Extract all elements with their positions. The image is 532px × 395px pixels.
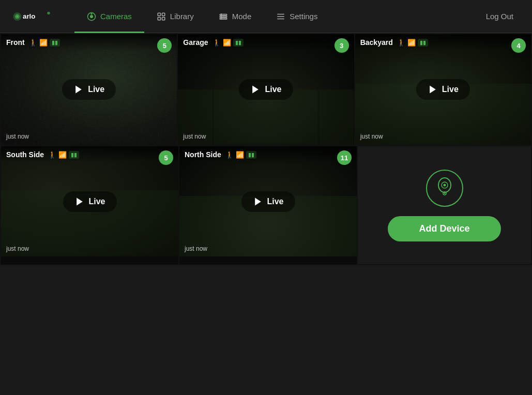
nav-right: Log Out — [480, 9, 520, 24]
timestamp-north: just now — [185, 245, 207, 252]
camera-header-garage: Garage 🚶 📶 ▮▮ — [178, 34, 354, 51]
add-device-button[interactable]: Add Device — [388, 216, 500, 241]
camera-header-south: South Side 🚶 📶 ▮▮ — [1, 146, 178, 163]
camera-badge-north: 11 — [337, 150, 352, 165]
svg-point-36 — [444, 192, 445, 193]
svg-rect-13 — [220, 16, 227, 17]
play-icon-front — [73, 84, 84, 95]
camera-badge-garage: 3 — [335, 38, 349, 53]
nav-library[interactable]: Library — [144, 0, 206, 33]
timestamp-garage: just now — [183, 133, 206, 140]
play-icon-backyard — [428, 84, 438, 95]
camera-cell-garage[interactable]: Garage 🚶 📶 ▮▮ 3 Live just now — [178, 34, 354, 144]
motion-icon-north: 🚶 — [225, 151, 234, 159]
logout-button[interactable]: Log Out — [480, 9, 520, 24]
wifi-icon-south: 📶 — [58, 151, 67, 159]
live-button-garage[interactable]: Live — [239, 79, 293, 100]
live-button-south[interactable]: Live — [63, 191, 116, 212]
camera-icons-front: 🚶 📶 ▮▮ — [29, 39, 60, 47]
camera-cell-north[interactable]: North Side 🚶 📶 ▮▮ 11 Live just now — [179, 146, 357, 264]
svg-rect-12 — [220, 14, 227, 15]
library-icon — [157, 12, 166, 21]
camera-header-backyard: Backyard 🚶 📶 ▮▮ — [355, 34, 531, 51]
svg-rect-11 — [162, 17, 164, 20]
battery-icon-backyard: ▮▮ — [418, 39, 428, 47]
battery-icon-front: ▮▮ — [50, 39, 60, 47]
mode-icon — [219, 12, 228, 21]
nav-mode[interactable]: Mode — [206, 0, 264, 33]
timestamp-front: just now — [6, 133, 29, 140]
nav-cameras[interactable]: Cameras — [74, 0, 144, 33]
camera-grid-bottom: South Side 🚶 📶 ▮▮ 5 Live just now — [0, 146, 532, 265]
live-button-front[interactable]: Live — [62, 79, 116, 100]
camera-name-backyard: Backyard — [360, 38, 393, 47]
settings-icon — [276, 12, 285, 21]
live-label-garage: Live — [265, 85, 281, 94]
svg-rect-10 — [158, 17, 160, 20]
svg-marker-25 — [253, 85, 259, 93]
timestamp-backyard: just now — [360, 133, 383, 140]
camera-badge-backyard: 4 — [511, 38, 526, 53]
svg-point-2 — [16, 16, 18, 18]
timestamp-south: just now — [6, 245, 29, 252]
camera-icons-backyard: 🚶 📶 ▮▮ — [397, 39, 428, 47]
svg-rect-14 — [220, 18, 227, 19]
motion-icon-front: 🚶 — [29, 39, 37, 47]
svg-marker-29 — [77, 198, 83, 205]
camera-icons-south: 🚶 📶 ▮▮ — [48, 151, 79, 159]
svg-rect-8 — [158, 13, 160, 16]
nav-settings[interactable]: Settings — [264, 0, 330, 33]
add-device-panel: Add Device — [358, 146, 531, 264]
live-button-backyard[interactable]: Live — [416, 79, 470, 100]
wifi-icon-backyard: 📶 — [407, 39, 416, 47]
navigation: arlo Cameras Library — [0, 0, 532, 33]
camera-cell-south[interactable]: South Side 🚶 📶 ▮▮ 5 Live just now — [1, 146, 178, 264]
add-device-icon — [426, 170, 463, 207]
play-icon-south — [74, 196, 84, 207]
battery-icon-north: ▮▮ — [246, 151, 256, 159]
live-label-backyard: Live — [442, 85, 459, 94]
camera-cell-front[interactable]: Front 🚶 📶 ▮▮ 5 Live — [1, 34, 177, 144]
live-button-north[interactable]: Live — [241, 191, 295, 212]
camera-icons-garage: 🚶 📶 ▮▮ — [212, 39, 244, 47]
play-icon-north — [252, 196, 263, 207]
live-label-north: Live — [267, 197, 283, 206]
svg-marker-21 — [75, 85, 82, 93]
camera-badge-south: 5 — [159, 150, 173, 165]
svg-marker-31 — [255, 198, 261, 205]
svg-point-34 — [443, 184, 446, 186]
camera-icons-north: 🚶 📶 ▮▮ — [225, 151, 256, 159]
battery-icon-south: ▮▮ — [69, 151, 79, 159]
camera-cell-backyard[interactable]: Backyard 🚶 📶 ▮▮ 4 Live just now — [355, 34, 531, 144]
wifi-icon-garage: 📶 — [223, 39, 231, 47]
svg-point-7 — [91, 13, 93, 14]
camera-name-garage: Garage — [183, 38, 208, 47]
nav-items: Cameras Library Mode — [74, 0, 480, 33]
motion-icon-backyard: 🚶 — [397, 39, 405, 47]
library-label: Library — [170, 12, 194, 21]
wifi-icon-front: 📶 — [39, 39, 48, 47]
cameras-label: Cameras — [100, 12, 132, 21]
battery-icon-garage: ▮▮ — [233, 39, 244, 47]
camera-header-front: Front 🚶 📶 ▮▮ — [1, 34, 177, 51]
wifi-icon-north: 📶 — [236, 151, 244, 159]
camera-name-south: South Side — [6, 150, 44, 159]
motion-icon-garage: 🚶 — [212, 39, 221, 47]
device-camera-icon — [434, 174, 455, 203]
svg-marker-27 — [430, 85, 436, 93]
camera-name-north: North Side — [185, 150, 221, 159]
svg-text:arlo: arlo — [23, 12, 35, 20]
live-label-south: Live — [88, 197, 105, 206]
logo[interactable]: arlo — [12, 8, 54, 25]
play-icon-garage — [250, 84, 261, 95]
motion-icon-south: 🚶 — [48, 151, 56, 159]
camera-header-north: North Side 🚶 📶 ▮▮ — [179, 146, 357, 163]
camera-name-front: Front — [6, 38, 25, 47]
svg-point-4 — [47, 11, 50, 14]
camera-grid-top: Front 🚶 📶 ▮▮ 5 Live — [0, 33, 532, 146]
settings-label: Settings — [290, 12, 317, 21]
svg-point-6 — [90, 15, 93, 18]
live-label-front: Live — [88, 85, 104, 94]
camera-icon — [87, 12, 96, 21]
mode-label: Mode — [232, 12, 252, 21]
